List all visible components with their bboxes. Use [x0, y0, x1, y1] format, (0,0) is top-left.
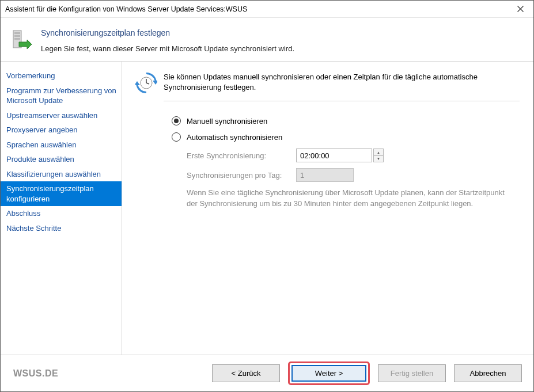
spinner-down-icon[interactable]: ▼	[373, 155, 384, 163]
syncs-per-day-value: 1	[300, 171, 304, 180]
first-sync-row: Erste Synchronisierung: ▲ ▼	[187, 149, 520, 162]
sidebar-item-proxy[interactable]: Proxyserver angeben	[1, 123, 122, 138]
sidebar-item-klassifizierungen[interactable]: Klassifizierungen auswählen	[1, 167, 122, 182]
cancel-button[interactable]: Abbrechen	[454, 364, 522, 382]
next-button[interactable]: Weiter >	[291, 365, 366, 382]
wizard-steps-sidebar: Vorbemerkung Programm zur Verbesserung v…	[1, 62, 122, 355]
radio-manual-row[interactable]: Manuell synchronisieren	[172, 116, 520, 125]
first-sync-input-wrap	[296, 149, 372, 162]
first-sync-spinner[interactable]: ▲ ▼	[373, 149, 384, 162]
wizard-header: Synchronisierungszeitplan festlegen Lege…	[1, 18, 533, 62]
sync-note: Wenn Sie eine tägliche Synchronisierung …	[187, 188, 509, 208]
page-subtitle: Legen Sie fest, wann dieser Server mit M…	[41, 44, 294, 53]
next-button-highlight: Weiter >	[288, 361, 370, 385]
sidebar-item-zeitplan[interactable]: Synchronisierungszeitplan konfigurieren	[1, 181, 122, 206]
wizard-window: Assistent für die Konfiguration von Wind…	[0, 0, 534, 392]
sidebar-item-produkte[interactable]: Produkte auswählen	[1, 152, 122, 167]
sidebar-item-upstream[interactable]: Upstreamserver auswählen	[1, 108, 122, 123]
options-group: Manuell synchronisieren Automatisch sync…	[129, 101, 520, 208]
sidebar-item-sprachen[interactable]: Sprachen auswählen	[1, 138, 122, 153]
radio-auto-label: Automatisch synchronisieren	[187, 133, 282, 142]
radio-auto[interactable]	[172, 132, 181, 142]
radio-manual-label: Manuell synchronisieren	[187, 117, 267, 125]
back-button[interactable]: < Zurück	[212, 364, 280, 382]
wizard-header-icon	[1, 28, 33, 52]
svg-rect-3	[14, 32, 20, 34]
page-title: Synchronisierungszeitplan festlegen	[41, 28, 294, 37]
sidebar-item-abschluss[interactable]: Abschluss	[1, 206, 122, 221]
server-sync-icon	[9, 28, 33, 52]
sidebar-item-vorbemerkung[interactable]: Vorbemerkung	[1, 68, 122, 83]
radio-manual[interactable]	[172, 116, 181, 125]
first-sync-label: Erste Synchronisierung:	[187, 151, 296, 160]
finish-button: Fertig stellen	[378, 364, 446, 382]
spinner-up-icon[interactable]: ▲	[373, 149, 384, 155]
description-icon-wrap	[129, 72, 164, 101]
wizard-header-text: Synchronisierungszeitplan festlegen Lege…	[33, 28, 294, 53]
radio-auto-row[interactable]: Automatisch synchronisieren	[172, 132, 520, 142]
titlebar: Assistent für die Konfiguration von Wind…	[1, 1, 533, 18]
description-row: Sie können Updates manuell synchronisier…	[129, 72, 520, 101]
syncs-per-day-label: Synchronisierungen pro Tag:	[187, 171, 296, 180]
clock-sync-icon	[135, 72, 157, 94]
sidebar-item-programm[interactable]: Programm zur Verbesserung von Microsoft …	[1, 83, 122, 108]
syncs-per-day-row: Synchronisierungen pro Tag: 1	[187, 168, 520, 182]
svg-rect-5	[14, 38, 20, 40]
first-sync-input[interactable]	[297, 149, 372, 162]
description-text: Sie können Updates manuell synchronisier…	[164, 72, 520, 101]
wizard-content: Sie können Updates manuell synchronisier…	[122, 62, 533, 355]
syncs-per-day-input: 1	[296, 168, 354, 182]
svg-rect-4	[14, 35, 20, 37]
wizard-footer: WSUS.DE < Zurück Weiter > Fertig stellen…	[1, 355, 533, 391]
watermark: WSUS.DE	[13, 368, 58, 379]
window-title: Assistent für die Konfiguration von Wind…	[5, 5, 507, 13]
close-button[interactable]	[507, 1, 533, 18]
close-icon	[517, 6, 524, 12]
wizard-body: Vorbemerkung Programm zur Verbesserung v…	[1, 62, 533, 355]
sidebar-item-naechste-schritte[interactable]: Nächste Schritte	[1, 221, 122, 236]
